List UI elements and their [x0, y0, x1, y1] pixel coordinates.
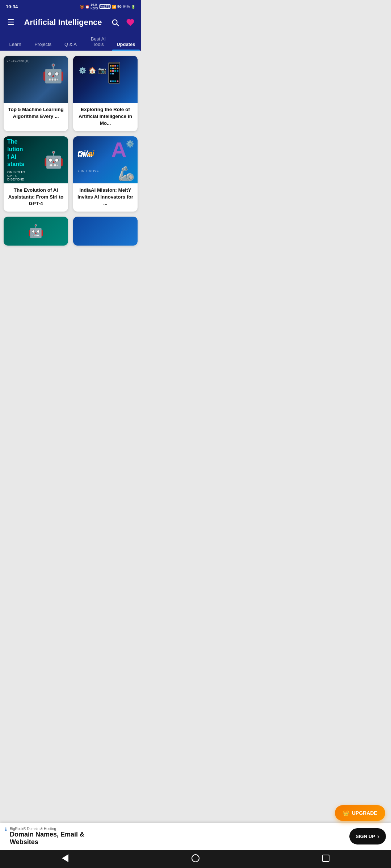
- tab-bestaitools[interactable]: Best AI Tools: [84, 32, 112, 51]
- tab-qa[interactable]: Q & A: [57, 37, 84, 51]
- article-card-5[interactable]: [4, 217, 68, 246]
- battery-level: 94%: [123, 5, 130, 9]
- large-a-decoration: A: [111, 139, 127, 161]
- app-header: ☰ Artificial Intelligence: [0, 13, 141, 32]
- status-bar: 10:34 🔕 ⏰ 16.0KB/S VoLTE 📶 5G 94% 🔋: [0, 0, 141, 13]
- robot-arm-icon: 🦾: [118, 166, 135, 182]
- card-title-4: IndiaAI Mission: MeitY Invites AI Innova…: [77, 187, 134, 208]
- card-title-1: Top 5 Machine Learning Algorithms Every …: [7, 106, 64, 120]
- article-card-2[interactable]: Exploring the Role of Artificial Intelli…: [73, 56, 138, 131]
- menu-button[interactable]: ☰: [5, 17, 17, 28]
- alarm-icon: ⏰: [85, 5, 89, 9]
- article-card-1[interactable]: Top 5 Machine Learning Algorithms Every …: [4, 56, 68, 131]
- battery-icon: 🔋: [131, 5, 135, 9]
- card-body-2: Exploring the Role of Artificial Intelli…: [73, 103, 138, 131]
- svg-line-1: [117, 24, 118, 26]
- search-icon: [111, 18, 119, 26]
- signal-icon: 📶: [112, 5, 116, 9]
- card-title-3: The Evolution of AI Assistants: From Sir…: [7, 187, 64, 208]
- tab-bar: Learn Projects Q & A Best AI Tools Updat…: [0, 32, 141, 51]
- articles-grid: Top 5 Machine Learning Algorithms Every …: [0, 51, 141, 251]
- article-card-4[interactable]: ⚙️ Di/ai Y INITIATIVE 🦾 A IndiaAI Missio…: [73, 136, 138, 212]
- 5g-icon: 5G: [117, 5, 122, 8]
- card-body-4: IndiaAI Mission: MeitY Invites AI Innova…: [73, 183, 138, 212]
- tab-updates[interactable]: Updates: [112, 37, 140, 51]
- heart-icon: [126, 18, 135, 27]
- status-time: 10:34: [6, 4, 18, 9]
- notification-icon: 🔕: [80, 5, 84, 9]
- card-image-3: Thelutionf AIstants OM SIRI TOGPT-4D BEY…: [4, 136, 68, 183]
- card-image-5: [4, 217, 68, 246]
- card-image-4: ⚙️ Di/ai Y INITIATIVE 🦾 A: [73, 136, 138, 183]
- article-card-3[interactable]: Thelutionf AIstants OM SIRI TOGPT-4D BEY…: [4, 136, 68, 212]
- card-body-1: Top 5 Machine Learning Algorithms Every …: [4, 103, 68, 124]
- tab-projects[interactable]: Projects: [29, 37, 56, 51]
- search-button[interactable]: [109, 17, 121, 28]
- page-title: Artificial Intelligence: [20, 18, 106, 27]
- indiaai-logo-text: Di/ai: [77, 149, 94, 158]
- ai-circuit-icon: ⚙️: [126, 140, 134, 148]
- card-image-6: [73, 217, 138, 246]
- status-icons: 🔕 ⏰ 16.0KB/S VoLTE 📶 5G 94% 🔋: [80, 3, 135, 10]
- robot-face-decoration: 🤖: [39, 136, 68, 183]
- card-body-3: The Evolution of AI Assistants: From Sir…: [4, 183, 68, 212]
- card-title-2: Exploring the Role of Artificial Intelli…: [77, 106, 134, 127]
- data-speed: 16.0KB/S: [91, 3, 98, 10]
- hamburger-icon: ☰: [7, 18, 14, 26]
- volte-icon: VoLTE: [99, 4, 111, 9]
- card-image-1: [4, 56, 68, 103]
- indiaai-tagline: Y INITIATIVE: [77, 169, 99, 173]
- card-image-2: [73, 56, 138, 103]
- tab-learn[interactable]: Learn: [1, 37, 29, 51]
- favorites-button[interactable]: [125, 17, 136, 28]
- article-card-6[interactable]: [73, 217, 138, 246]
